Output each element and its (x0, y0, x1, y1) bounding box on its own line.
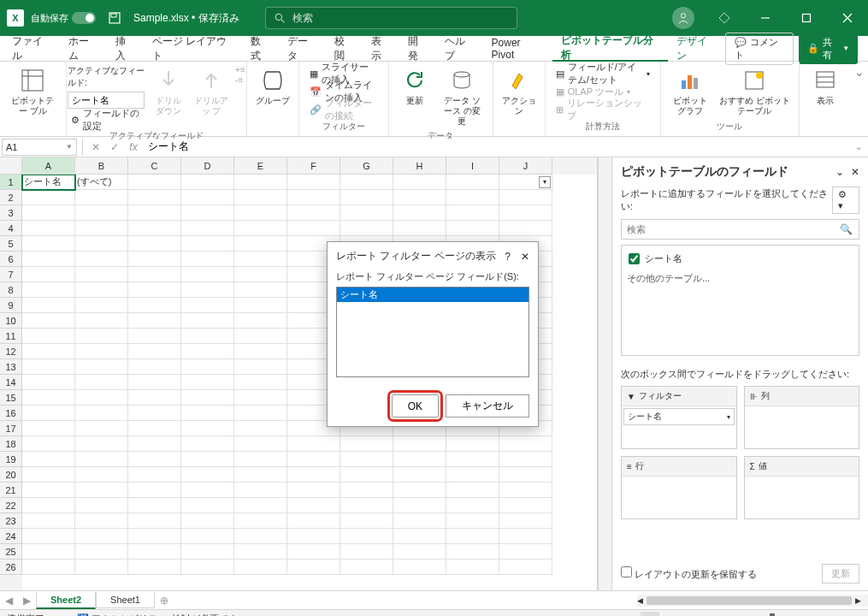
row-header-24[interactable]: 24 (0, 529, 22, 544)
pivot-pane-close-button[interactable]: ✕ (851, 166, 859, 178)
cell-J24[interactable] (499, 529, 552, 544)
cell-C7[interactable] (128, 267, 181, 282)
cell-B17[interactable] (75, 421, 128, 436)
cell-C26[interactable] (128, 560, 181, 575)
expand-formula-button[interactable]: ⌄ (849, 138, 868, 157)
row-header-12[interactable]: 12 (0, 344, 22, 359)
row-header-22[interactable]: 22 (0, 498, 22, 513)
cell-C11[interactable] (128, 329, 181, 344)
save-icon[interactable] (103, 6, 127, 30)
cell-B8[interactable] (75, 282, 128, 298)
tab-help[interactable]: ヘルプ (436, 36, 483, 62)
cell-I25[interactable] (446, 544, 499, 560)
cell-C1[interactable] (128, 175, 181, 190)
cell-G22[interactable] (340, 498, 393, 513)
cell-B11[interactable] (75, 329, 128, 344)
cell-B3[interactable] (75, 205, 128, 221)
col-header-E[interactable]: E (234, 157, 287, 175)
cell-C25[interactable] (128, 544, 181, 560)
accessibility-status[interactable]: ♿ アクセシビリティ: 検討が必要です (77, 613, 238, 616)
cell-D22[interactable] (181, 498, 234, 513)
datasource-button[interactable]: データ ソース の変更 (439, 65, 486, 128)
cell-E8[interactable] (234, 282, 287, 298)
cell-J18[interactable] (499, 436, 552, 452)
cell-D10[interactable] (181, 313, 234, 329)
cell-J26[interactable] (499, 560, 552, 575)
row-header-26[interactable]: 26 (0, 560, 22, 575)
formula-input[interactable] (143, 139, 849, 156)
pivot-pane-collapse-button[interactable]: ⌄ (836, 166, 844, 178)
cell-F25[interactable] (287, 544, 340, 560)
cell-H18[interactable] (393, 436, 446, 452)
cell-E2[interactable] (234, 190, 287, 205)
cell-H3[interactable] (393, 205, 446, 221)
col-header-H[interactable]: H (393, 157, 446, 175)
filter-conn-button[interactable]: 🔗フィルターの接続 (306, 101, 381, 118)
cell-C22[interactable] (128, 498, 181, 513)
cell-J20[interactable] (499, 467, 552, 483)
cell-F19[interactable] (287, 452, 340, 467)
cell-A15[interactable] (22, 390, 75, 406)
cell-A13[interactable] (22, 359, 75, 375)
row-header-8[interactable]: 8 (0, 282, 22, 298)
select-all-corner[interactable] (0, 157, 22, 175)
cell-H21[interactable] (393, 483, 446, 498)
horizontal-scrollbar[interactable]: ◀▶ (637, 595, 868, 607)
cell-D3[interactable] (181, 205, 234, 221)
row-header-9[interactable]: 9 (0, 298, 22, 313)
pivot-values-box[interactable]: Σ値 (744, 456, 860, 519)
col-header-A[interactable]: A (22, 157, 75, 175)
cell-B23[interactable] (75, 513, 128, 529)
cell-A19[interactable] (22, 452, 75, 467)
cell-C10[interactable] (128, 313, 181, 329)
cell-B5[interactable] (75, 236, 128, 252)
cell-I19[interactable] (446, 452, 499, 467)
cell-G25[interactable] (340, 544, 393, 560)
cell-A25[interactable] (22, 544, 75, 560)
cell-G24[interactable] (340, 529, 393, 544)
cell-D7[interactable] (181, 267, 234, 282)
cell-A9[interactable] (22, 298, 75, 313)
autosave-toggle[interactable]: 自動保存 (31, 12, 96, 25)
cell-D6[interactable] (181, 252, 234, 267)
pivot-search-input[interactable] (621, 219, 859, 240)
cell-A17[interactable] (22, 421, 75, 436)
tab-developer[interactable]: 開発 (399, 36, 436, 62)
active-field-input[interactable] (68, 92, 145, 109)
field-item-button[interactable]: ▤フィールド/アイテム/セット▾ (552, 65, 653, 82)
cell-I21[interactable] (446, 483, 499, 498)
cell-E18[interactable] (234, 436, 287, 452)
row-header-16[interactable]: 16 (0, 406, 22, 421)
cell-A3[interactable] (22, 205, 75, 221)
cell-I20[interactable] (446, 467, 499, 483)
cell-A8[interactable] (22, 282, 75, 298)
col-header-I[interactable]: I (446, 157, 499, 175)
cell-D5[interactable] (181, 236, 234, 252)
cell-D14[interactable] (181, 375, 234, 390)
account-button[interactable] (663, 0, 704, 36)
cell-G23[interactable] (340, 513, 393, 529)
row-header-23[interactable]: 23 (0, 513, 22, 529)
defer-layout-checkbox[interactable]: レイアウトの更新を保留する (621, 566, 757, 581)
pivot-field-item[interactable]: シート名 (627, 251, 853, 267)
dialog-ok-button[interactable]: OK (392, 394, 439, 418)
add-sheet-button[interactable]: ⊕ (155, 595, 174, 607)
comments-button[interactable]: 💬コメント (725, 33, 794, 65)
row-header-17[interactable]: 17 (0, 421, 22, 436)
cell-I22[interactable] (446, 498, 499, 513)
row-header-13[interactable]: 13 (0, 359, 22, 375)
cell-A11[interactable] (22, 329, 75, 344)
cell-G26[interactable] (340, 560, 393, 575)
row-header-20[interactable]: 20 (0, 467, 22, 483)
drilldown-button[interactable]: ドリル ダウン (150, 65, 187, 118)
cell-A2[interactable] (22, 190, 75, 205)
row-header-11[interactable]: 11 (0, 329, 22, 344)
cell-A16[interactable] (22, 406, 75, 421)
enter-formula-button[interactable]: ✓ (105, 138, 124, 157)
cell-B2[interactable] (75, 190, 128, 205)
cell-F18[interactable] (287, 436, 340, 452)
cell-E17[interactable] (234, 421, 287, 436)
cell-B12[interactable] (75, 344, 128, 359)
cell-H25[interactable] (393, 544, 446, 560)
cell-G2[interactable] (340, 190, 393, 205)
